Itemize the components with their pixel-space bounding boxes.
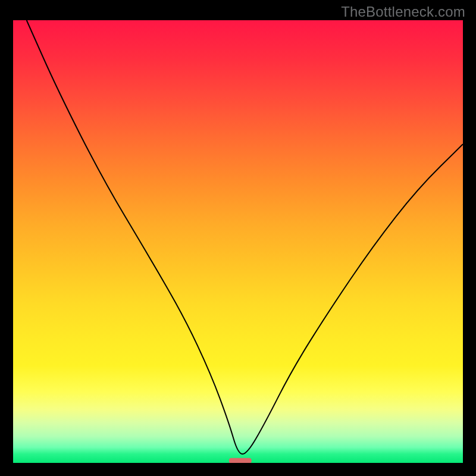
plot-svg bbox=[13, 20, 463, 463]
plot-area bbox=[13, 20, 463, 463]
chart-frame: TheBottleneck.com bbox=[0, 0, 476, 476]
watermark-text: TheBottleneck.com bbox=[341, 4, 465, 20]
bottleneck-curve bbox=[27, 20, 463, 454]
axis-bottom-bar bbox=[13, 463, 463, 476]
